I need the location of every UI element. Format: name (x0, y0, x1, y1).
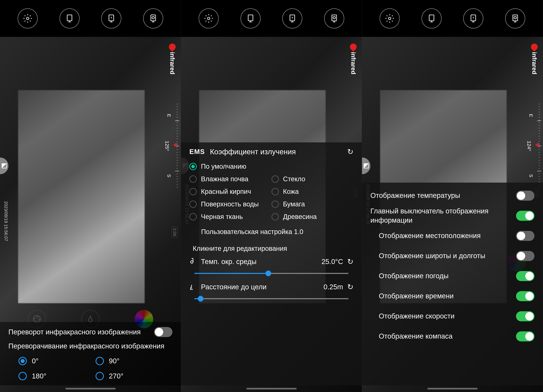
compass-toggle[interactable] (516, 331, 534, 342)
svg-point-5 (33, 316, 40, 323)
distance-label: Расстояние до цели (201, 283, 319, 291)
toggle-weather: Отображение погоды (370, 266, 534, 286)
distance-value: 0.25m (323, 283, 343, 291)
top-toolbar (0, 0, 181, 37)
ems-default[interactable]: По умолчанию (189, 163, 353, 170)
reset-icon[interactable]: ↻ (347, 147, 353, 156)
ems-glass[interactable]: Стекло (272, 175, 354, 183)
datetime: 2023/08/19 15:56:07 (3, 201, 9, 241)
ems-title: Коэффициент излучения (210, 148, 342, 156)
svg-rect-14 (513, 15, 518, 21)
svg-point-15 (514, 17, 516, 19)
edit-hint: Кликните для редактирования (189, 245, 353, 252)
svg-point-10 (333, 17, 335, 19)
angle-90[interactable]: 90° (96, 357, 163, 365)
toggle-location: Отображение местоположения (370, 226, 534, 246)
top-toolbar (362, 0, 543, 37)
ems-badge: EMS (189, 148, 205, 156)
nav-handle[interactable] (246, 388, 297, 390)
distance-icon (189, 283, 197, 291)
ems-water[interactable]: Поверхность воды (189, 200, 272, 208)
mode1-button[interactable] (59, 8, 79, 28)
mode1-button[interactable] (421, 8, 441, 28)
nav-handle[interactable] (427, 388, 478, 390)
svg-rect-7 (248, 15, 253, 21)
zoom-level: 2.0X (172, 227, 177, 238)
svg-rect-12 (429, 15, 434, 21)
svg-rect-3 (151, 15, 156, 21)
display-toggles-panel: Отображение температуры Главный выключат… (362, 183, 543, 385)
svg-point-6 (208, 17, 210, 20)
brand-logo: infrared (169, 44, 176, 74)
mode1-button[interactable] (240, 8, 260, 28)
ambient-temp-label: Темп. окр. среды (201, 258, 317, 266)
toggle-master: Главный выключатель отображения информац… (370, 206, 534, 225)
thermal-preview: infrared E 125° S 2023/08/19 15:56:07 2.… (0, 37, 181, 392)
thermometer-icon (189, 258, 197, 265)
ems-paper[interactable]: Бумага (272, 200, 354, 208)
brand-logo: infrared (350, 44, 357, 74)
svg-point-0 (27, 17, 29, 20)
angle-270[interactable]: 270° (96, 372, 163, 380)
settings-button[interactable] (199, 8, 219, 28)
emissivity-panel: EMS Коэффициент излучения ↻ По умолчанию… (181, 142, 362, 385)
compass-ruler: E 124° S (529, 104, 539, 188)
latlng-toggle[interactable] (516, 251, 534, 261)
thermal-preview: infrared 2023/08/19 15:56:16 2.0X EMS Ко… (181, 37, 362, 392)
location-toggle[interactable] (516, 231, 534, 241)
settings-button[interactable] (380, 8, 400, 28)
screen-emissivity: infrared 2023/08/19 15:56:16 2.0X EMS Ко… (181, 0, 362, 392)
toggle-temp: Отображение температуры (370, 186, 534, 205)
speed-toggle[interactable] (516, 311, 534, 321)
temp-reset-icon[interactable]: ↻ (347, 257, 353, 266)
svg-rect-1 (67, 15, 72, 21)
ambient-temp-value: 25.0°C (322, 258, 343, 266)
mode3-button[interactable] (143, 8, 163, 28)
weather-toggle[interactable] (516, 271, 534, 281)
rotation-panel: Переворот инфракрасного изображения Пере… (0, 322, 181, 385)
toggle-speed: Отображение скорости (370, 307, 534, 326)
dist-slider[interactable] (194, 295, 348, 303)
ems-leather[interactable]: Кожа (272, 188, 354, 195)
time-toggle[interactable] (516, 291, 534, 301)
flip-toggle[interactable] (154, 327, 172, 337)
screen-rotation: infrared E 125° S 2023/08/19 15:56:07 2.… (0, 0, 181, 392)
thermal-preview: infrared E 124° S 2023/08/19 15:56:26 2.… (362, 37, 543, 392)
rotation-section-title: Переворачивание инфракрасного изображени… (8, 342, 172, 350)
angle-0[interactable]: 0° (18, 357, 85, 365)
svg-point-11 (389, 17, 391, 20)
compass-ruler: E 125° S (167, 104, 177, 188)
mode3-button[interactable] (324, 8, 344, 28)
mode3-button[interactable] (505, 8, 525, 28)
side-handle[interactable] (362, 157, 370, 174)
toggle-time: Отображение времени (370, 286, 534, 306)
ems-wetsoil[interactable]: Влажная почва (189, 175, 272, 183)
screen-display-toggles: infrared E 124° S 2023/08/19 15:56:26 2.… (362, 0, 543, 392)
temp-toggle[interactable] (516, 191, 534, 201)
mode2-button[interactable] (101, 8, 121, 28)
svg-point-4 (152, 17, 154, 19)
settings-button[interactable] (18, 8, 38, 28)
side-handle[interactable] (0, 157, 8, 174)
svg-rect-9 (332, 15, 337, 21)
ems-wood[interactable]: Древесина (272, 213, 354, 220)
toggle-compass: Отображение компаса (370, 327, 534, 346)
toggle-latlng: Отображение широты и долготы (370, 246, 534, 266)
ems-custom[interactable]: Пользовательская настройка 1.0 (189, 225, 353, 238)
mode2-button[interactable] (463, 8, 483, 28)
temp-slider[interactable] (194, 269, 348, 278)
nav-handle[interactable] (65, 388, 116, 390)
ems-cloth[interactable]: Черная ткань (189, 213, 272, 220)
ems-brick[interactable]: Красный кирпич (189, 188, 272, 195)
mode2-button[interactable] (282, 8, 302, 28)
flip-toggle-label: Переворот инфракрасного изображения (8, 327, 154, 337)
top-toolbar (181, 0, 362, 37)
dist-reset-icon[interactable]: ↻ (347, 283, 353, 291)
angle-180[interactable]: 180° (18, 372, 85, 380)
brand-logo: infrared (531, 44, 538, 74)
master-toggle[interactable] (516, 211, 534, 221)
